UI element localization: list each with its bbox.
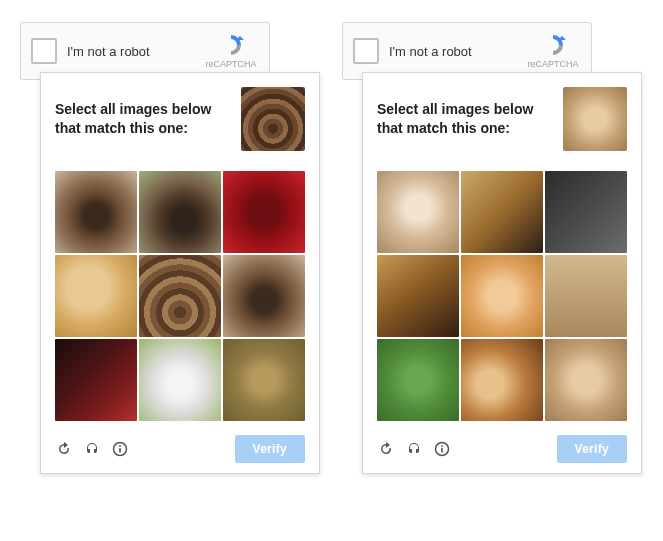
image-tile-dark-dog-standing[interactable] (545, 171, 627, 253)
image-tile-turkey-in-field[interactable] (139, 171, 221, 253)
image-tile-turkey-displaying-autumn[interactable] (55, 171, 137, 253)
image-turkey-feathers-spread (139, 255, 221, 337)
im-not-a-robot-checkbox[interactable] (31, 38, 57, 64)
image-dark-dog-standing (545, 171, 627, 253)
svg-rect-7 (441, 445, 443, 447)
image-tile-german-shepherd-walk[interactable] (377, 255, 459, 337)
info-icon[interactable] (433, 440, 451, 458)
image-german-shepherd-walk (377, 255, 459, 337)
challenge-prompt: Select all images below that match this … (377, 100, 563, 138)
verify-button[interactable]: Verify (557, 435, 628, 463)
image-turkey-displaying-autumn (55, 171, 137, 253)
image-grid (55, 171, 305, 421)
recaptcha-challenge: Select all images below that match this … (362, 72, 642, 474)
image-tile-two-guinea-pigs[interactable] (461, 339, 543, 421)
image-tile-kitten-paws-up[interactable] (377, 171, 459, 253)
anchor-label: I'm not a robot (67, 44, 203, 59)
sample-image (563, 87, 627, 151)
svg-rect-6 (441, 448, 443, 453)
image-tabby-cat-lying (545, 255, 627, 337)
challenge-prompt: Select all images below that match this … (55, 100, 241, 138)
image-tile-cranberry-sauce-bowl[interactable] (223, 171, 305, 253)
prompt-line-1: Select all images below (55, 101, 211, 117)
image-tile-dinner-rolls[interactable] (55, 255, 137, 337)
svg-rect-3 (119, 445, 121, 447)
prompt-line-2: that match this one: (377, 120, 510, 136)
image-tile-turkey-displaying-grass[interactable] (223, 255, 305, 337)
recaptcha-challenge: Select all images below that match this … (40, 72, 320, 474)
recaptcha-brand-text: reCAPTCHA (205, 59, 256, 69)
image-tabby-cat-closeup (545, 339, 627, 421)
image-german-shepherd-stand (461, 171, 543, 253)
image-kitten-paws-up (377, 171, 459, 253)
image-tile-german-shepherd-stand[interactable] (461, 171, 543, 253)
recaptcha-branding: reCAPTCHA (203, 33, 259, 69)
im-not-a-robot-checkbox[interactable] (353, 38, 379, 64)
image-tile-orange-kitten[interactable] (461, 255, 543, 337)
image-wine-and-cranberries (55, 339, 137, 421)
svg-rect-2 (119, 448, 121, 453)
image-orange-kitten (461, 255, 543, 337)
image-tile-green-leafy-plant[interactable] (377, 339, 459, 421)
image-tile-tabby-cat-closeup[interactable] (545, 339, 627, 421)
image-tile-stuffing-dish[interactable] (223, 339, 305, 421)
anchor-label: I'm not a robot (389, 44, 525, 59)
image-stuffing-dish (223, 339, 305, 421)
image-tile-wine-and-cranberries[interactable] (55, 339, 137, 421)
image-turkey-in-field (139, 171, 221, 253)
recaptcha-branding: reCAPTCHA (525, 33, 581, 69)
image-tile-turkey-feathers-spread[interactable] (139, 255, 221, 337)
image-two-guinea-pigs (461, 339, 543, 421)
verify-button[interactable]: Verify (235, 435, 306, 463)
image-green-leafy-plant (377, 339, 459, 421)
image-tile-white-turkey[interactable] (139, 339, 221, 421)
image-cranberry-sauce-bowl (223, 171, 305, 253)
image-grid (377, 171, 627, 421)
info-icon[interactable] (111, 440, 129, 458)
recaptcha-logo-icon (539, 33, 567, 57)
recaptcha-logo-icon (217, 33, 245, 57)
image-dinner-rolls (55, 255, 137, 337)
prompt-line-2: that match this one: (55, 120, 188, 136)
image-white-turkey (139, 339, 221, 421)
audio-icon[interactable] (83, 440, 101, 458)
reload-icon[interactable] (55, 440, 73, 458)
audio-icon[interactable] (405, 440, 423, 458)
recaptcha-brand-text: reCAPTCHA (527, 59, 578, 69)
reload-icon[interactable] (377, 440, 395, 458)
image-turkey-displaying-grass (223, 255, 305, 337)
prompt-line-1: Select all images below (377, 101, 533, 117)
sample-image (241, 87, 305, 151)
image-tile-tabby-cat-lying[interactable] (545, 255, 627, 337)
